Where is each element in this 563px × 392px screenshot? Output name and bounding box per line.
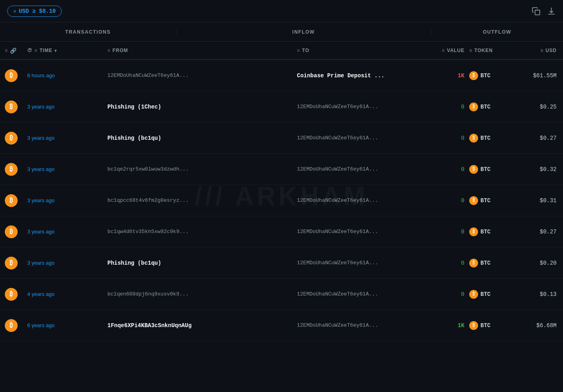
time-cell[interactable]: 3 years ago — [26, 229, 106, 235]
filter-tag[interactable]: ✕ USD ≥ $0.10 — [7, 6, 62, 17]
to-cell[interactable]: 12EMDoUhaNCuWZeeT6ey61A... — [295, 322, 428, 328]
sub-usd[interactable]: ≡ USD — [516, 48, 560, 53]
to-cell[interactable]: Coinbase Prime Deposit ... — [295, 72, 428, 79]
usd-cell: $0.27 — [516, 135, 560, 141]
download-icon[interactable] — [547, 7, 556, 16]
value-amount: 0 — [461, 229, 464, 235]
col-inflow: INFLOW — [176, 29, 431, 35]
table-row[interactable]: ₿3 years agoPhishing (bc1qu)12EMDoUhaNCu… — [0, 123, 563, 154]
usd-cell: $6.68M — [516, 322, 560, 329]
usd-value: $0.32 — [540, 166, 557, 173]
time-value: 3 years ago — [27, 166, 54, 172]
value-amount: 0 — [461, 260, 464, 266]
value-amount: 0 — [461, 166, 464, 173]
filter-value-icon[interactable]: ≡ — [442, 48, 445, 53]
table-row[interactable]: ₿3 years agoPhishing (1Chec)12EMDoUhaNCu… — [0, 91, 563, 123]
token-cell: ₿BTC — [468, 71, 516, 80]
from-cell[interactable]: Phishing (bc1qu) — [106, 135, 295, 141]
table-row[interactable]: ₿4 years agobc1qen608dpj6nq9xusv0k9...12… — [0, 279, 563, 310]
value-cell: 1K — [428, 322, 468, 329]
from-cell[interactable]: bc1qe2rqr5xw0lwuw3dzwdh... — [106, 166, 295, 172]
sub-value[interactable]: ≡ VALUE — [428, 48, 468, 53]
from-address: Phishing (1Chec) — [107, 104, 161, 110]
usd-cell: $0.13 — [516, 291, 560, 298]
from-cell[interactable]: 1Fnqe6XPi4KBA3cSnknUqnAUg — [106, 322, 295, 329]
from-cell[interactable]: bc1qen608dpj6nq9xusv0k9... — [106, 291, 295, 297]
token-btc-icon: ₿ — [469, 290, 478, 299]
value-cell: 0 — [428, 291, 468, 298]
time-cell[interactable]: 4 years ago — [26, 291, 106, 297]
top-bar: ✕ USD ≥ $0.10 — [0, 0, 563, 22]
to-cell[interactable]: 12EMDoUhaNCuWZeeT6ey61A... — [295, 135, 428, 141]
close-icon[interactable]: ✕ — [13, 8, 16, 14]
from-address: bc1qw4d6tv35kh5xw92c9k9... — [107, 229, 189, 235]
time-cell[interactable]: 6 hours ago — [26, 72, 106, 78]
token-cell: ₿BTC — [468, 103, 516, 111]
filter-time-icon[interactable]: ≡ — [34, 48, 38, 53]
btc-icon-cell: ₿ — [3, 257, 26, 269]
filter-to-icon[interactable]: ≡ — [297, 48, 300, 53]
token-btc-icon: ₿ — [469, 196, 478, 205]
btc-icon-cell: ₿ — [3, 288, 26, 301]
to-address: 12EMDoUhaNCuWZeeT6ey61A... — [297, 291, 378, 297]
to-cell[interactable]: 12EMDoUhaNCuWZeeT6ey61A... — [295, 260, 428, 266]
table-row[interactable]: ₿3 years agobc1qw4d6tv35kh5xw92c9k9...12… — [0, 216, 563, 247]
btc-logo: ₿ — [5, 225, 18, 238]
from-cell[interactable]: bc1qw4d6tv35kh5xw92c9k9... — [106, 229, 295, 235]
copy-icon[interactable] — [532, 7, 541, 16]
from-cell[interactable]: bc1qpcc68t4v6fm2g0esryz... — [106, 197, 295, 203]
time-cell[interactable]: 3 years ago — [26, 135, 106, 141]
usd-value: $0.27 — [540, 135, 557, 141]
btc-logo: ₿ — [5, 194, 18, 207]
time-value: 3 years ago — [27, 197, 54, 203]
col-outflow: OUTFLOW — [431, 29, 563, 35]
time-cell[interactable]: 3 years ago — [26, 104, 106, 110]
to-cell[interactable]: 12EMDoUhaNCuWZeeT6ey61A... — [295, 197, 428, 203]
usd-cell: $0.27 — [516, 229, 560, 235]
filter-token-icon[interactable]: ≡ — [469, 48, 472, 53]
sub-time[interactable]: ⏱ ≡ TIME ▾ — [26, 48, 106, 53]
svg-rect-0 — [535, 10, 540, 15]
from-address: bc1qpcc68t4v6fm2g0esryz... — [107, 197, 189, 203]
token-cell: ₿BTC — [468, 321, 516, 330]
time-cell[interactable]: 3 years ago — [26, 197, 106, 203]
to-cell[interactable]: 12EMDoUhaNCuWZeeT6ey61A... — [295, 104, 428, 110]
value-amount: 1K — [458, 72, 464, 79]
value-amount: 0 — [461, 291, 464, 298]
from-cell[interactable]: Phishing (1Chec) — [106, 104, 295, 110]
token-btc-icon: ₿ — [469, 321, 478, 330]
usd-value: $0.31 — [540, 197, 557, 204]
table-row[interactable]: ₿3 years agoPhishing (bc1qu)12EMDoUhaNCu… — [0, 247, 563, 279]
to-cell[interactable]: 12EMDoUhaNCuWZeeT6ey61A... — [295, 291, 428, 297]
sub-to[interactable]: ≡ TO — [295, 48, 428, 53]
top-bar-icons — [532, 7, 556, 16]
from-cell[interactable]: Phishing (bc1qu) — [106, 260, 295, 266]
filter-usd-icon[interactable]: ≡ — [540, 48, 543, 53]
btc-icon-cell: ₿ — [3, 101, 26, 113]
token-name: BTC — [480, 291, 490, 298]
from-cell[interactable]: 12EMDoUhaNCuWZeeT6ey61A... — [106, 72, 295, 78]
token-label: TOKEN — [474, 48, 493, 53]
sub-token[interactable]: ≡ TOKEN — [468, 48, 516, 53]
time-cell[interactable]: 6 years ago — [26, 322, 106, 328]
from-address: bc1qen608dpj6nq9xusv0k9... — [107, 291, 189, 297]
time-value: 3 years ago — [27, 229, 54, 235]
link-icon[interactable]: 🔗 — [10, 48, 17, 54]
to-cell[interactable]: 12EMDoUhaNCuWZeeT6ey61A... — [295, 229, 428, 235]
time-label: TIME — [40, 48, 52, 53]
btc-icon-cell: ₿ — [3, 225, 26, 238]
sort-arrow[interactable]: ▾ — [54, 48, 57, 53]
time-cell[interactable]: 3 years ago — [26, 166, 106, 172]
from-address: Phishing (bc1qu) — [107, 260, 161, 266]
filter-icon[interactable]: ≡ — [5, 48, 8, 53]
to-address: 12EMDoUhaNCuWZeeT6ey61A... — [297, 166, 378, 172]
table-row[interactable]: ₿6 hours ago12EMDoUhaNCuWZeeT6ey61A...Co… — [0, 60, 563, 91]
time-cell[interactable]: 3 years ago — [26, 260, 106, 266]
table-row[interactable]: ₿3 years agobc1qe2rqr5xw0lwuw3dzwdh...12… — [0, 154, 563, 185]
table-row[interactable]: ₿3 years agobc1qpcc68t4v6fm2g0esryz...12… — [0, 185, 563, 216]
sub-from[interactable]: ≡ FROM — [106, 48, 295, 53]
to-cell[interactable]: 12EMDoUhaNCuWZeeT6ey61A... — [295, 166, 428, 172]
table-row[interactable]: ₿6 years ago1Fnqe6XPi4KBA3cSnknUqnAUg12E… — [0, 310, 563, 341]
token-name: BTC — [480, 260, 490, 266]
filter-from-icon[interactable]: ≡ — [107, 48, 111, 53]
